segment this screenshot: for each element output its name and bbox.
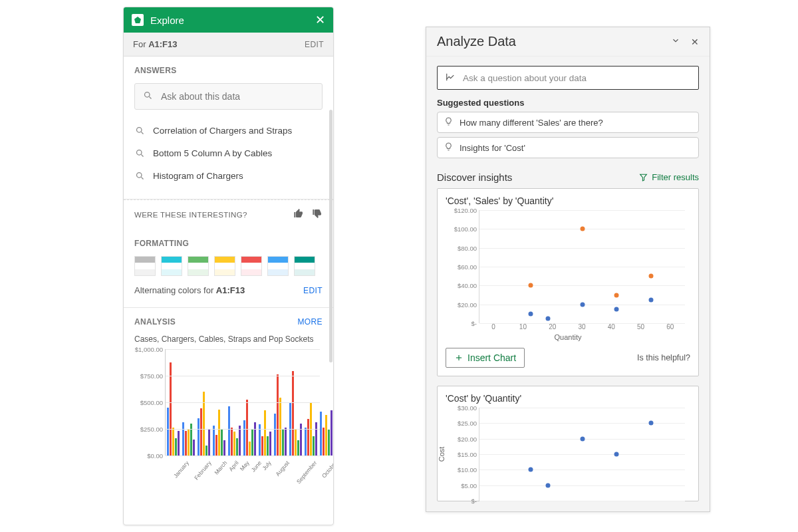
- thumbs-down-icon[interactable]: [312, 208, 323, 221]
- svg-line-5: [141, 154, 143, 156]
- suggested-questions-list: How many different 'Sales' are there?Ins…: [437, 112, 699, 162]
- chart-line-icon: [446, 72, 455, 84]
- search-icon: [143, 90, 153, 102]
- color-swatch[interactable]: [241, 256, 262, 276]
- suggested-questions-label: Suggested questions: [437, 98, 699, 108]
- feedback-row: WERE THESE INTERESTING?: [124, 200, 333, 229]
- color-swatch-row: [134, 256, 323, 276]
- color-swatch[interactable]: [214, 256, 235, 276]
- analyze-header: Analyze Data ✕: [426, 27, 710, 57]
- close-icon[interactable]: ✕: [691, 37, 699, 47]
- svg-line-3: [141, 132, 143, 134]
- search-icon: [134, 171, 145, 181]
- bar-chart-xticks: JanuaryFebruaryMarchAprilMayJuneJulyAugu…: [165, 456, 320, 462]
- color-swatch[interactable]: [188, 256, 209, 276]
- analysis-bar-chart[interactable]: Cases, Chargers, Cables, Straps and Pop …: [134, 334, 323, 462]
- explore-header: Explore ✕: [124, 7, 333, 33]
- insight-card-1-title: 'Cost', 'Sales' by 'Quantity': [446, 196, 690, 206]
- is-this-helpful-link[interactable]: Is this helpful?: [637, 353, 690, 362]
- bar-chart-plot: $0.00$250.00$500.00$750.00$1,000.00: [165, 349, 320, 456]
- insight-card-2-title: 'Cost' by 'Quantity': [446, 393, 690, 404]
- edit-range-button[interactable]: EDIT: [305, 40, 324, 49]
- ask-input[interactable]: Ask about this data: [134, 83, 323, 110]
- analysis-header-row: ANALYSIS MORE: [134, 317, 323, 327]
- scatter-chart-2[interactable]: Cost $-$5.00$10.00$15.00$20.00$25.00$30.…: [479, 408, 685, 501]
- thumbs-up-icon[interactable]: [293, 208, 304, 221]
- lightbulb-icon: [444, 142, 453, 153]
- explore-body: ANSWERS Ask about this data Correlation …: [124, 57, 333, 525]
- answers-suggestion-list: Correlation of Chargers and StrapsBottom…: [134, 119, 323, 187]
- explore-range-bar: For A1:F13 EDIT: [124, 33, 333, 57]
- bar-chart-title: Cases, Chargers, Cables, Straps and Pop …: [134, 334, 323, 345]
- answers-heading: ANSWERS: [134, 66, 323, 75]
- analyze-data-panel: Analyze Data ✕ Ask a question about your…: [426, 27, 710, 512]
- insight-card-1: 'Cost', 'Sales' by 'Quantity' $-$20.00$4…: [437, 188, 699, 376]
- analyze-title: Analyze Data: [437, 34, 660, 49]
- explore-title: Explore: [150, 15, 315, 26]
- insight-card-2: 'Cost' by 'Quantity' Cost $-$5.00$10.00$…: [437, 386, 699, 501]
- insert-chart-button[interactable]: Insert Chart: [446, 348, 525, 368]
- insight-card-1-footer: Insert Chart Is this helpful?: [446, 348, 690, 368]
- formatting-section: FORMATTING Alternating colors for A1:F13…: [124, 229, 333, 308]
- feedback-question: WERE THESE INTERESTING?: [134, 211, 285, 219]
- color-swatch[interactable]: [134, 256, 156, 276]
- more-button[interactable]: MORE: [297, 317, 323, 327]
- answers-suggestion[interactable]: Bottom 5 Column A by Cables: [134, 142, 323, 164]
- formatting-heading: FORMATTING: [134, 239, 323, 248]
- edit-formatting-button[interactable]: EDIT: [303, 286, 323, 295]
- scatter-1-xlabel: Quantity: [446, 333, 690, 341]
- alternating-colors-label: Alternating colors for A1:F13: [134, 285, 303, 295]
- filter-results-button[interactable]: Filter results: [639, 172, 699, 182]
- scrollbar-thumb[interactable]: [329, 110, 332, 362]
- scatter-1-xticks: 0102030405060: [479, 323, 685, 331]
- alternating-colors-row: Alternating colors for A1:F13 EDIT: [134, 285, 323, 295]
- svg-line-1: [149, 96, 151, 98]
- discover-insights-header: Discover insights Filter results: [437, 172, 699, 183]
- suggested-question[interactable]: How many different 'Sales' are there?: [437, 112, 699, 133]
- suggested-question[interactable]: Insights for 'Cost': [437, 137, 699, 158]
- analysis-heading: ANALYSIS: [134, 317, 297, 327]
- lightbulb-icon: [444, 117, 453, 128]
- scatter-chart-1[interactable]: $-$20.00$40.00$60.00$80.00$100.00$120.00: [479, 210, 685, 323]
- close-icon[interactable]: ✕: [315, 13, 325, 27]
- svg-point-6: [136, 172, 142, 178]
- color-swatch[interactable]: [294, 256, 315, 276]
- explore-range-label: For A1:F13: [133, 39, 305, 49]
- search-icon: [134, 148, 145, 158]
- analysis-section: ANALYSIS MORE Cases, Chargers, Cables, S…: [124, 308, 333, 474]
- search-icon: [134, 126, 145, 136]
- svg-marker-8: [640, 174, 647, 181]
- svg-point-4: [136, 150, 142, 155]
- explore-logo-icon: [132, 14, 144, 26]
- answers-section: ANSWERS Ask about this data Correlation …: [124, 57, 333, 200]
- svg-line-7: [141, 177, 143, 179]
- discover-insights-label: Discover insights: [437, 172, 639, 183]
- chevron-down-icon[interactable]: [671, 36, 680, 47]
- answers-suggestion[interactable]: Correlation of Chargers and Straps: [134, 119, 323, 142]
- color-swatch[interactable]: [267, 256, 289, 276]
- analyze-ask-input[interactable]: Ask a question about your data: [437, 66, 699, 90]
- svg-point-0: [145, 92, 150, 98]
- svg-point-2: [136, 127, 142, 132]
- ask-placeholder: Ask about this data: [161, 91, 240, 102]
- analyze-body: Ask a question about your data Suggested…: [426, 57, 710, 511]
- explore-panel: Explore ✕ For A1:F13 EDIT ANSWERS Ask ab…: [123, 7, 334, 525]
- analyze-ask-placeholder: Ask a question about your data: [463, 73, 587, 83]
- color-swatch[interactable]: [161, 256, 182, 276]
- answers-suggestion[interactable]: Histogram of Chargers: [134, 164, 323, 187]
